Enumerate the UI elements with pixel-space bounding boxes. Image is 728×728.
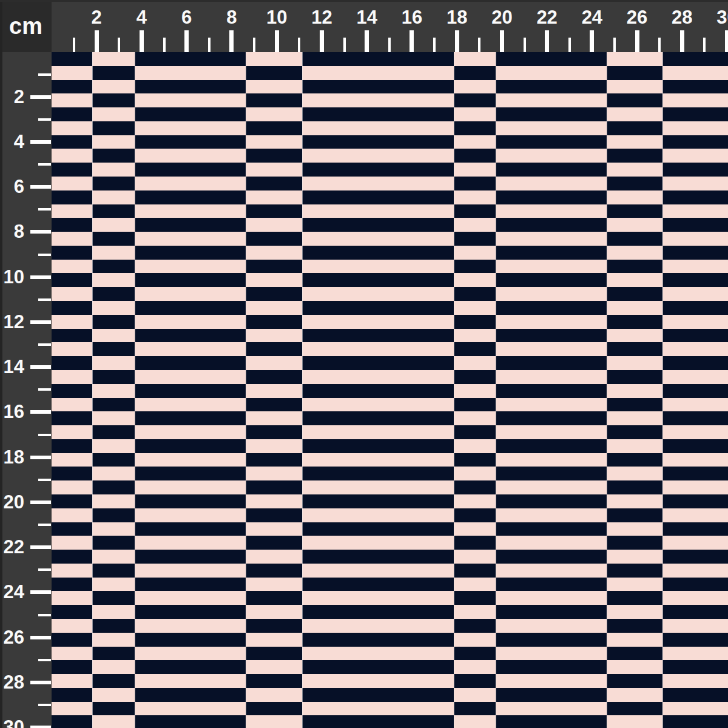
ruler-number: 6 xyxy=(0,178,24,196)
ruler-tick-major xyxy=(545,30,549,52)
ruler-tick-major xyxy=(500,30,504,52)
ruler-number: 20 xyxy=(0,493,24,511)
ruler-number: 18 xyxy=(439,8,475,27)
ruler-tick-major xyxy=(30,365,51,369)
ruler-tick-minor xyxy=(38,343,51,346)
ruler-horizontal: 24681012141618202224262830 xyxy=(0,0,728,52)
ruler-tick-minor xyxy=(38,704,51,706)
ruler-tick-minor xyxy=(38,208,51,211)
ruler-tick-minor xyxy=(38,434,51,436)
ruler-tick-major xyxy=(30,185,51,189)
ruler-number: 12 xyxy=(303,8,340,27)
ruler-tick-major xyxy=(410,30,414,52)
ruler-tick-major xyxy=(30,681,51,684)
ruler-number: 2 xyxy=(78,8,115,27)
ruler-tick-minor xyxy=(433,38,436,52)
ruler-tick-minor xyxy=(658,38,661,52)
ruler-tick-major xyxy=(140,30,144,52)
ruler-tick-major xyxy=(30,230,51,234)
ruler-number: 14 xyxy=(349,8,385,27)
ruler-number: 4 xyxy=(0,133,24,151)
ruler-tick-major xyxy=(455,30,459,52)
ruler-number: 10 xyxy=(258,8,295,27)
pattern-column xyxy=(246,52,302,728)
ruler-number: 24 xyxy=(574,8,610,27)
ruler-tick-minor xyxy=(38,254,51,256)
ruler-tick-minor xyxy=(38,614,51,616)
ruler-tick-major xyxy=(590,30,594,52)
ruler-tick-major xyxy=(275,30,279,52)
ruler-tick-minor xyxy=(343,38,346,52)
ruler-number: 30 xyxy=(0,718,24,728)
pattern-column xyxy=(302,52,454,728)
ruler-tick-major xyxy=(320,30,324,52)
pattern-column xyxy=(52,52,92,728)
ruler-tick-minor xyxy=(38,524,51,526)
ruler-tick-minor xyxy=(388,38,391,52)
ruler-tick-minor xyxy=(38,479,51,481)
screen-edge-shade-left xyxy=(0,0,2,728)
ruler-tick-major xyxy=(30,275,51,279)
ruler-unit-label: cm xyxy=(9,15,42,38)
ruler-tick-minor xyxy=(298,38,300,52)
ruler-number: 20 xyxy=(484,8,520,27)
ruler-tick-major xyxy=(365,30,369,52)
ruler-number: 10 xyxy=(0,268,24,286)
ruler-tick-minor xyxy=(38,73,51,76)
ruler-number: 12 xyxy=(0,313,24,331)
ruler-tick-minor xyxy=(38,163,51,166)
ruler-tick-major xyxy=(30,410,51,414)
ruler-tick-major xyxy=(30,320,51,324)
ruler-number: 22 xyxy=(529,8,565,27)
ruler-tick-minor xyxy=(613,38,616,52)
ruler-tick-minor xyxy=(478,38,480,52)
ruler-tick-minor xyxy=(253,38,255,52)
pattern-column xyxy=(607,52,662,728)
fabric-pattern-swatch xyxy=(52,52,728,728)
pattern-column xyxy=(454,52,496,728)
ruler-tick-minor xyxy=(208,38,211,52)
pattern-column xyxy=(92,52,135,728)
ruler-tick-minor xyxy=(524,38,526,52)
ruler-tick-major xyxy=(95,30,99,52)
pattern-column xyxy=(135,52,246,728)
ruler-number: 28 xyxy=(0,673,24,692)
ruler-tick-minor xyxy=(568,38,571,52)
ruler-number: 16 xyxy=(394,8,430,27)
ruler-tick-major xyxy=(30,140,51,144)
ruler-number: 6 xyxy=(169,8,205,27)
ruler-tick-major xyxy=(30,590,51,594)
ruler-tick-major xyxy=(680,30,684,52)
ruler-tick-major xyxy=(30,726,51,728)
ruler-number: 26 xyxy=(0,629,24,647)
ruler-number: 14 xyxy=(0,358,24,376)
ruler-unit-box: cm xyxy=(0,0,52,52)
ruler-tick-minor xyxy=(38,568,51,571)
fabric-pattern-preview: 24681012141618202224262830 2468101214161… xyxy=(0,0,728,728)
ruler-tick-major xyxy=(30,545,51,549)
ruler-tick-major xyxy=(184,30,189,52)
screen-edge-shade-top xyxy=(0,0,728,2)
ruler-tick-major xyxy=(229,30,234,52)
ruler-tick-major xyxy=(30,636,51,639)
ruler-tick-major xyxy=(635,30,639,52)
ruler-number: 8 xyxy=(0,223,24,241)
ruler-number: 18 xyxy=(0,448,24,467)
ruler-vertical: 24681012141618202224262830 xyxy=(0,52,52,728)
ruler-tick-major xyxy=(30,95,51,99)
ruler-tick-minor xyxy=(118,38,120,52)
ruler-tick-major xyxy=(30,500,51,504)
ruler-number: 2 xyxy=(0,88,24,106)
ruler-tick-minor xyxy=(703,38,706,52)
pattern-column xyxy=(496,52,607,728)
ruler-number: 28 xyxy=(664,8,700,27)
ruler-tick-minor xyxy=(38,298,51,301)
ruler-number: 4 xyxy=(123,8,160,27)
ruler-tick-minor xyxy=(163,38,166,52)
ruler-number: 30 xyxy=(709,8,728,27)
ruler-number: 26 xyxy=(619,8,655,27)
ruler-number: 24 xyxy=(0,583,24,601)
ruler-tick-minor xyxy=(38,118,51,121)
ruler-tick-major xyxy=(30,456,51,459)
ruler-tick-minor xyxy=(38,659,51,661)
